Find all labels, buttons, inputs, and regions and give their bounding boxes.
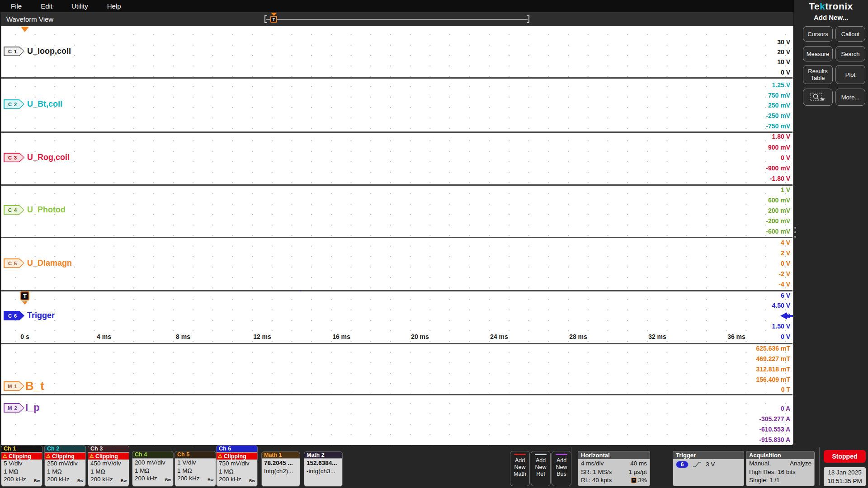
channel-name-m1: B_t [25,379,44,393]
axis-label-c4: 600 mV [768,197,790,204]
add-new-math-button[interactable]: AddNewMath [510,451,530,486]
axis-label-m1: 312.818 mT [756,366,791,373]
badge-row-text: 450 mV/div [90,460,121,468]
divider [819,447,820,485]
panel-splitter-handle[interactable] [794,231,796,233]
accent-line [514,454,526,455]
badge-row-text: -intg(ch3... [307,467,335,475]
badge-row: 5 V/div [1,460,42,468]
menu-file[interactable]: File [6,1,26,11]
badge-row-text: 200 kHz [177,474,200,483]
channel-settings-badge-ch3[interactable]: Ch 3⚠Clipping450 mV/div1 MΩ200 kHzBW [88,445,129,487]
badge-row: 450 mV/div [88,460,129,468]
badge-row-text: 200 kHz [90,475,113,483]
time-label: 20 ms [411,333,429,340]
acquisition-panel[interactable]: Acquisition Manual, Analyze High Res: 16… [746,451,815,486]
axis-label-c3: -1.80 V [770,175,790,182]
axis-label-c5: 0 V [781,260,790,267]
sidebar-button-results-table[interactable]: Results Table [803,65,833,84]
trigger-flag-icon[interactable]: T [20,291,29,300]
channel-name-c1: U_loop,coil [27,47,71,56]
trigger-level-value: 3 V [706,460,715,469]
graticule-slice [1,395,793,445]
sidebar-button-cursors[interactable]: Cursors [803,26,833,42]
button-line: Math [510,471,529,478]
badge-row: 750 mV/div [217,460,257,468]
channel-settings-badge-math1[interactable]: Math 178.2045 ...Intg(ch2)... [261,451,300,487]
horizontal-row-right-text: 40 ms [630,460,647,468]
channel-settings-badge-math2[interactable]: Math 2152.6384...-intg(ch3... [304,451,343,487]
axis-label-c6: 0 V [781,333,790,340]
sidebar-button-more-[interactable]: More... [835,89,865,106]
axis-label-c2: -750 mV [766,122,790,130]
graticule-slice [1,186,793,237]
button-line: Bus [552,471,571,478]
badge-row: 1 MΩ [132,467,173,475]
channel-badge-label: C 4 [5,206,24,214]
badge-row-text: 78.2045 ... [264,459,293,467]
trigger-level-arrow-icon[interactable] [780,312,787,319]
badge-row-text: 250 mV/div [47,460,78,468]
menu-help[interactable]: Help [103,1,126,11]
trigger-flag-small-icon: T [631,478,637,483]
panel-splitter-handle[interactable] [794,236,796,238]
badge-row: 200 kHzBW [175,474,216,483]
accent-line [556,454,567,455]
channel-name-c3: U_Rog,coil [27,153,70,162]
badge-row-text: 1 MΩ [90,468,105,476]
panel-splitter-handle[interactable] [794,227,796,229]
axis-label-c4: -200 mV [766,217,790,225]
channel-badge-label: C 3 [5,154,24,162]
axis-label-c2: 1.25 V [772,81,790,89]
clipping-warning: ⚠Clipping [217,453,257,460]
horizontal-position-bar[interactable]: T [264,12,529,26]
horizontal-panel[interactable]: Horizontal 4 ms/div40 msSR: 1 MS/s1 µs/p… [578,451,650,486]
channel-settings-badge-ch2[interactable]: Ch 2⚠Clipping250 mV/div1 MΩ200 kHzBW [44,445,86,487]
acquisition-panel-body: Manual, Analyze High Res: 16 bits Single… [746,459,814,485]
axis-label-c4: 200 mV [768,207,790,214]
channel-settings-badge-ch6[interactable]: Ch 6⚠Clipping750 mV/div1 MΩ200 kHzBW [216,445,258,487]
zoom-select-icon [809,91,826,103]
channel-name-c4: U_Photod [27,205,66,215]
sidebar-button-callout[interactable]: Callout [835,26,865,42]
date-text: 13 Jan 2025 [824,468,866,477]
axis-label-m1: 625.636 mT [756,345,791,352]
time-label: 12 ms [253,333,271,340]
zoom-select-button[interactable] [803,89,833,106]
warning-icon: ⚠ [3,453,7,459]
graticule-slice [1,133,793,184]
sidebar-button-search[interactable]: Search [835,46,865,61]
time-label: 36 ms [727,333,745,340]
channel-settings-badge-ch5[interactable]: Ch 51 V/div1 MΩ200 kHzBW [175,451,216,487]
badge-header: Ch 1 [1,446,42,453]
axis-label-c5: -2 V [778,270,790,277]
button-line: Add [531,457,550,464]
badge-row-text: 200 mV/div [135,459,165,467]
trigger-panel[interactable]: Trigger 6 3 V [673,451,744,486]
logo-k-mark: k [820,1,825,11]
position-bar-right-bracket [527,15,529,23]
badge-row: 78.2045 ... [262,459,300,467]
menu-edit[interactable]: Edit [36,1,57,11]
sidebar-button-measure[interactable]: Measure [803,46,833,61]
warning-icon: ⚠ [46,453,51,459]
add-new-bus-button[interactable]: AddNewBus [552,451,571,486]
axis-label-c4: -600 mV [766,228,790,235]
trigger-position-flag-icon[interactable]: T [270,16,277,23]
run-stop-status[interactable]: Stopped [824,450,866,463]
channel-settings-badge-ch1[interactable]: Ch 1⚠Clipping5 V/div1 MΩ200 kHzBW [1,445,42,487]
trigger-position-pointer-icon [271,13,277,16]
badge-row-text: 152.6384... [307,459,337,467]
sidebar-button-plot[interactable]: Plot [835,65,865,84]
button-line: Add [510,457,529,464]
badge-header: Math 1 [262,452,300,459]
channel-settings-badge-ch4[interactable]: Ch 4200 mV/div1 MΩ200 kHzBW [132,451,174,487]
badge-row-text: 750 mV/div [219,460,250,468]
add-new-ref-button[interactable]: AddNewRef [531,451,551,486]
badge-row: 1 V/div [175,459,216,467]
menu-utility[interactable]: Utility [67,1,93,11]
axis-label-c4: 1 V [781,186,790,193]
trigger-position-marker-icon[interactable] [21,27,29,32]
warning-icon: ⚠ [90,453,94,459]
axis-label-c2: 250 mV [768,102,790,109]
